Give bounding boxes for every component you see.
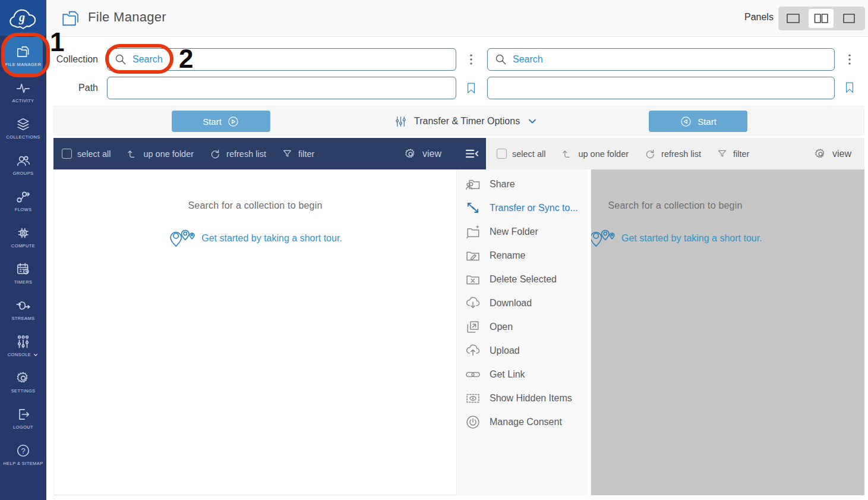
power-icon (465, 414, 481, 430)
search-icon (494, 53, 507, 66)
menu-item-delete-selected[interactable]: Delete Selected (457, 268, 588, 291)
play-left-icon (680, 115, 692, 128)
up-one-folder-right[interactable]: up one folder (561, 148, 629, 160)
collection-menu-kebab-right[interactable] (843, 51, 856, 68)
sidebar-item-logout[interactable]: LOGOUT (0, 400, 46, 436)
menu-item-share[interactable]: Share (457, 172, 588, 196)
right-panel-toolbar: select all up one folder refresh list fi… (486, 138, 864, 169)
transfer-options-bar: Start Transfer & Timer Options Start (53, 106, 864, 136)
chevron-down-icon (526, 115, 538, 127)
menu-item-new-folder[interactable]: New Folder (457, 220, 588, 244)
menu-item-label: Rename (490, 250, 525, 261)
start-right-label: Start (697, 117, 717, 127)
select-all-label: select all (77, 149, 111, 159)
start-transfer-left-button[interactable]: Start (172, 111, 270, 132)
menu-item-label: Share (490, 179, 515, 190)
tour-link[interactable]: Get started by taking a short tour. (621, 233, 762, 244)
select-all-checkbox[interactable] (62, 149, 72, 159)
menu-item-download[interactable]: Download (457, 291, 588, 315)
globus-logo[interactable]: g (0, 0, 46, 36)
up-one-folder-label: up one folder (578, 149, 629, 159)
path-input-right[interactable] (487, 77, 835, 99)
sidebar-item-label: FILE MANAGER (5, 62, 42, 67)
panel-layout-dual-button[interactable] (809, 9, 834, 28)
kebab-icon (465, 51, 478, 68)
sidebar-item-settings[interactable]: SETTINGS (0, 364, 46, 400)
up-one-folder-label: up one folder (143, 149, 194, 159)
bookmark-icon (844, 77, 856, 98)
single-panel-icon (785, 12, 801, 24)
menu-item-transfer-or-sync[interactable]: Transfer or Sync to... (457, 196, 588, 220)
timers-icon (15, 262, 31, 277)
up-one-folder-icon (561, 148, 573, 160)
tour-pins-icon (588, 228, 617, 249)
sidebar-item-label: COLLECTIONS (6, 134, 40, 140)
play-right-icon (227, 115, 239, 128)
upload-cloud-icon (465, 342, 481, 359)
select-all-right[interactable]: select all (497, 149, 545, 159)
refresh-list-left[interactable]: refresh list (209, 148, 266, 160)
panel-layout-third-button[interactable] (837, 9, 861, 28)
transfer-timer-options-toggle[interactable]: Transfer & Timer Options (394, 106, 538, 136)
sidebar-item-label: CONSOLE (8, 352, 31, 357)
sidebar-item-compute[interactable]: COMPUTE (0, 219, 46, 255)
sidebar-item-label: ACTIVITY (12, 98, 34, 103)
gear-icon (15, 370, 31, 386)
sidebar-item-help-sitemap[interactable]: ? HELP & SITEMAP (0, 436, 46, 473)
filter-left[interactable]: filter (282, 148, 314, 159)
sidebar-item-streams[interactable]: STREAMS (0, 291, 46, 328)
tour-pins-icon (168, 228, 197, 249)
compute-icon (15, 225, 31, 241)
collection-menu-kebab-left[interactable] (465, 51, 478, 68)
logo-letter: g (18, 11, 25, 24)
collection-search-input-left[interactable] (107, 48, 456, 71)
menu-item-label: Transfer or Sync to... (490, 203, 578, 213)
panel-layout-single-button[interactable] (781, 9, 806, 28)
filter-label: filter (298, 149, 314, 159)
bookmark-icon-right[interactable] (844, 77, 856, 98)
start-left-label: Start (203, 117, 222, 127)
menu-item-upload[interactable]: Upload (457, 339, 588, 363)
app-root: g FILE MANAGER ACTIVITY COLLECTIONS GROU… (0, 0, 868, 500)
sidebar-item-file-manager[interactable]: FILE MANAGER (4, 37, 43, 74)
app-header: File Manager Panels (46, 0, 868, 37)
view-options-left[interactable]: view (404, 147, 441, 161)
panel-menu-toggle[interactable] (464, 146, 480, 162)
menu-item-open[interactable]: Open (457, 315, 588, 339)
sidebar-item-flows[interactable]: FLOWS (0, 183, 46, 219)
sidebar-item-label: COMPUTE (11, 243, 35, 249)
file-manager-header-icon (59, 8, 82, 29)
menu-item-rename[interactable]: Rename (457, 244, 588, 268)
file-command-menu: Share Transfer or Sync to... New Folder … (456, 169, 591, 495)
select-all-left[interactable]: select all (62, 149, 111, 159)
sidebar-item-groups[interactable]: GROUPS (0, 146, 46, 183)
sidebar-item-timers[interactable]: TIMERS (0, 255, 46, 291)
tour-link[interactable]: Get started by taking a short tour. (201, 233, 342, 244)
up-one-folder-left[interactable]: up one folder (126, 148, 194, 160)
menu-item-manage-consent[interactable]: Manage Consent (457, 410, 588, 434)
sidebar-item-collections[interactable]: COLLECTIONS (0, 110, 46, 146)
transfer-timer-options-label: Transfer & Timer Options (414, 116, 520, 127)
menu-item-label: Upload (490, 345, 520, 356)
menu-item-show-hidden-items[interactable]: Show Hidden Items (457, 386, 588, 410)
menu-item-get-link[interactable]: Get Link (457, 363, 588, 386)
transfer-arrows-icon (465, 200, 481, 216)
sidebar-item-activity[interactable]: ACTIVITY (0, 74, 46, 110)
up-one-folder-icon (126, 148, 138, 160)
select-all-label: select all (512, 149, 545, 159)
collection-search-input-right[interactable] (487, 48, 835, 71)
sidebar-item-console[interactable]: CONSOLE (0, 328, 46, 364)
bookmark-icon-left[interactable] (465, 78, 477, 98)
sidebar-item-label: SETTINGS (11, 388, 36, 394)
path-input-left[interactable] (107, 77, 456, 99)
filter-right[interactable]: filter (717, 148, 749, 159)
gear-icon (814, 147, 827, 161)
view-options-right[interactable]: view (814, 147, 851, 161)
select-all-checkbox[interactable] (497, 149, 507, 159)
view-label: view (832, 149, 851, 159)
gear-icon (404, 147, 417, 161)
flows-icon (15, 189, 31, 205)
start-transfer-right-button[interactable]: Start (649, 111, 747, 132)
logout-icon (15, 407, 31, 422)
refresh-list-right[interactable]: refresh list (644, 148, 701, 160)
